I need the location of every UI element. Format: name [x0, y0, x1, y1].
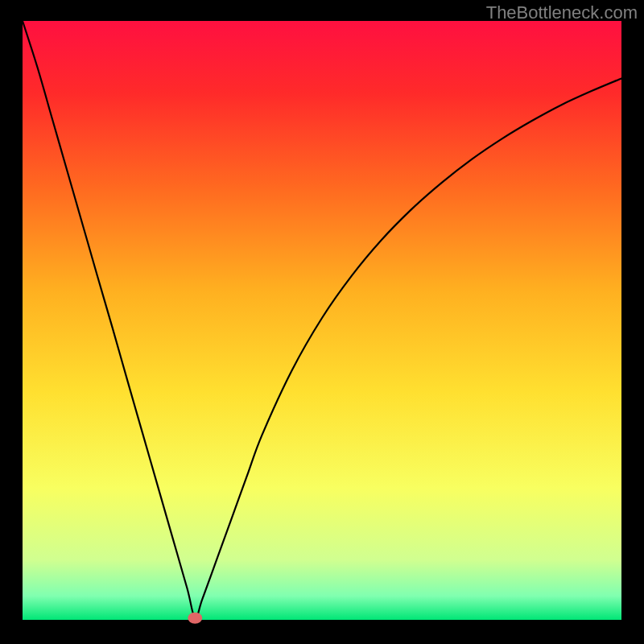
chart-container: TheBottleneck.com: [0, 0, 644, 644]
watermark-text: TheBottleneck.com: [486, 2, 638, 23]
bottleneck-chart: [0, 0, 644, 644]
plot-area: [23, 21, 621, 620]
optimal-marker: [188, 613, 202, 624]
